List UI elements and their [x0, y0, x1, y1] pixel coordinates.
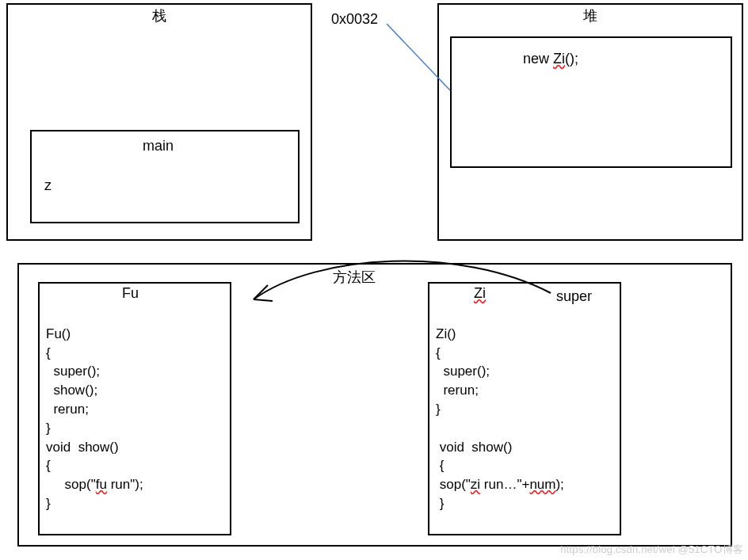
method-area-title: 方法区: [333, 268, 376, 287]
fu-code: Fu() { super(); show(); rerun; } void sh…: [40, 306, 230, 513]
stack-var-z: z: [44, 177, 52, 194]
zi-sop-line: sop("zi run…"+num);: [436, 477, 564, 492]
zi-super-label: super: [556, 288, 592, 305]
heap-object-box: [450, 36, 732, 168]
watermark: https://blog.csdn.net/wei @51CTO博客: [560, 543, 743, 557]
heap-title: 堆: [439, 6, 742, 25]
fu-title: Fu: [122, 285, 139, 302]
zi-title: Zi: [474, 285, 486, 302]
fu-sop-line: sop("fu run");: [46, 477, 143, 492]
stack-main-label: main: [143, 138, 174, 154]
stack-title: 栈: [8, 6, 311, 25]
zi-code: Zi() { super(); rerun; } void show() { s…: [429, 306, 620, 513]
heap-object-expr: new Zi();: [523, 51, 578, 67]
heap-address-label: 0x0032: [331, 11, 378, 28]
